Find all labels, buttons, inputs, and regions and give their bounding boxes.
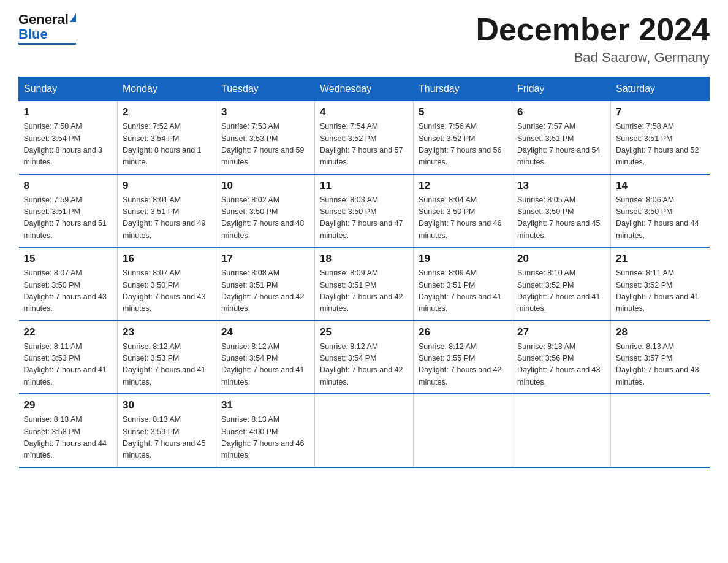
day-number: 31 bbox=[221, 399, 309, 412]
day-info: Sunrise: 8:10 AM Sunset: 3:52 PM Dayligh… bbox=[517, 267, 605, 315]
table-row: 27 Sunrise: 8:13 AM Sunset: 3:56 PM Dayl… bbox=[512, 321, 611, 394]
table-row: 5 Sunrise: 7:56 AM Sunset: 3:52 PM Dayli… bbox=[414, 101, 512, 174]
table-row: 25 Sunrise: 8:12 AM Sunset: 3:54 PM Dayl… bbox=[315, 321, 414, 394]
day-number: 30 bbox=[123, 399, 211, 412]
day-number: 25 bbox=[320, 326, 408, 339]
col-tuesday: Tuesday bbox=[216, 77, 315, 101]
day-info: Sunrise: 8:13 AM Sunset: 3:59 PM Dayligh… bbox=[123, 414, 211, 462]
table-row: 23 Sunrise: 8:12 AM Sunset: 3:53 PM Dayl… bbox=[118, 321, 216, 394]
col-saturday: Saturday bbox=[611, 77, 710, 101]
calendar-week-row: 22 Sunrise: 8:11 AM Sunset: 3:53 PM Dayl… bbox=[19, 321, 710, 394]
table-row: 20 Sunrise: 8:10 AM Sunset: 3:52 PM Dayl… bbox=[512, 247, 611, 321]
table-row: 12 Sunrise: 8:04 AM Sunset: 3:50 PM Dayl… bbox=[414, 174, 512, 248]
day-number: 29 bbox=[24, 399, 113, 412]
table-row: 8 Sunrise: 7:59 AM Sunset: 3:51 PM Dayli… bbox=[19, 174, 118, 248]
table-row: 9 Sunrise: 8:01 AM Sunset: 3:51 PM Dayli… bbox=[118, 174, 216, 248]
day-info: Sunrise: 8:07 AM Sunset: 3:50 PM Dayligh… bbox=[123, 267, 211, 315]
day-number: 26 bbox=[419, 326, 507, 339]
day-number: 8 bbox=[24, 180, 113, 192]
table-row: 6 Sunrise: 7:57 AM Sunset: 3:51 PM Dayli… bbox=[512, 101, 611, 174]
table-row bbox=[611, 394, 710, 467]
day-info: Sunrise: 8:01 AM Sunset: 3:51 PM Dayligh… bbox=[123, 194, 211, 242]
day-number: 28 bbox=[616, 326, 705, 339]
col-friday: Friday bbox=[512, 77, 611, 101]
table-row: 4 Sunrise: 7:54 AM Sunset: 3:52 PM Dayli… bbox=[315, 101, 414, 174]
table-row: 7 Sunrise: 7:58 AM Sunset: 3:51 PM Dayli… bbox=[611, 101, 710, 174]
day-number: 14 bbox=[616, 180, 705, 192]
logo-underline bbox=[18, 43, 76, 45]
table-row: 19 Sunrise: 8:09 AM Sunset: 3:51 PM Dayl… bbox=[414, 247, 512, 321]
col-thursday: Thursday bbox=[414, 77, 512, 101]
day-number: 6 bbox=[517, 106, 605, 118]
day-number: 15 bbox=[24, 253, 113, 265]
logo-blue-text: Blue bbox=[18, 26, 48, 42]
day-number: 2 bbox=[123, 106, 211, 118]
table-row: 14 Sunrise: 8:06 AM Sunset: 3:50 PM Dayl… bbox=[611, 174, 710, 248]
day-number: 3 bbox=[221, 106, 309, 118]
day-info: Sunrise: 8:02 AM Sunset: 3:50 PM Dayligh… bbox=[221, 194, 309, 242]
day-number: 13 bbox=[517, 180, 605, 192]
day-number: 23 bbox=[123, 326, 211, 339]
table-row: 22 Sunrise: 8:11 AM Sunset: 3:53 PM Dayl… bbox=[19, 321, 118, 394]
day-info: Sunrise: 8:13 AM Sunset: 3:56 PM Dayligh… bbox=[517, 341, 605, 389]
title-section: December 2024 Bad Saarow, Germany bbox=[476, 12, 710, 66]
logo: General Blue bbox=[18, 12, 76, 45]
table-row: 24 Sunrise: 8:12 AM Sunset: 3:54 PM Dayl… bbox=[216, 321, 315, 394]
day-info: Sunrise: 8:03 AM Sunset: 3:50 PM Dayligh… bbox=[320, 194, 408, 242]
day-info: Sunrise: 8:12 AM Sunset: 3:54 PM Dayligh… bbox=[221, 341, 309, 389]
table-row: 16 Sunrise: 8:07 AM Sunset: 3:50 PM Dayl… bbox=[118, 247, 216, 321]
day-number: 5 bbox=[419, 106, 507, 118]
table-row bbox=[315, 394, 414, 467]
day-number: 7 bbox=[616, 106, 705, 118]
day-info: Sunrise: 8:07 AM Sunset: 3:50 PM Dayligh… bbox=[24, 267, 113, 315]
day-info: Sunrise: 8:12 AM Sunset: 3:54 PM Dayligh… bbox=[320, 341, 408, 389]
day-number: 17 bbox=[221, 253, 309, 265]
col-monday: Monday bbox=[118, 77, 216, 101]
day-number: 12 bbox=[419, 180, 507, 192]
table-row: 15 Sunrise: 8:07 AM Sunset: 3:50 PM Dayl… bbox=[19, 247, 118, 321]
table-row: 28 Sunrise: 8:13 AM Sunset: 3:57 PM Dayl… bbox=[611, 321, 710, 394]
page-header: General Blue December 2024 Bad Saarow, G… bbox=[18, 12, 710, 66]
day-info: Sunrise: 8:12 AM Sunset: 3:53 PM Dayligh… bbox=[123, 341, 211, 389]
day-info: Sunrise: 8:13 AM Sunset: 3:57 PM Dayligh… bbox=[616, 341, 705, 389]
day-number: 18 bbox=[320, 253, 408, 265]
table-row: 13 Sunrise: 8:05 AM Sunset: 3:50 PM Dayl… bbox=[512, 174, 611, 248]
table-row: 2 Sunrise: 7:52 AM Sunset: 3:54 PM Dayli… bbox=[118, 101, 216, 174]
day-info: Sunrise: 7:57 AM Sunset: 3:51 PM Dayligh… bbox=[517, 121, 605, 169]
table-row: 26 Sunrise: 8:12 AM Sunset: 3:55 PM Dayl… bbox=[414, 321, 512, 394]
day-info: Sunrise: 8:08 AM Sunset: 3:51 PM Dayligh… bbox=[221, 267, 309, 315]
logo-triangle-icon bbox=[70, 13, 76, 22]
table-row bbox=[512, 394, 611, 467]
calendar-week-row: 29 Sunrise: 8:13 AM Sunset: 3:58 PM Dayl… bbox=[19, 394, 710, 467]
calendar-week-row: 8 Sunrise: 7:59 AM Sunset: 3:51 PM Dayli… bbox=[19, 174, 710, 248]
table-row: 29 Sunrise: 8:13 AM Sunset: 3:58 PM Dayl… bbox=[19, 394, 118, 467]
table-row: 11 Sunrise: 8:03 AM Sunset: 3:50 PM Dayl… bbox=[315, 174, 414, 248]
day-info: Sunrise: 8:11 AM Sunset: 3:53 PM Dayligh… bbox=[24, 341, 113, 389]
table-row: 18 Sunrise: 8:09 AM Sunset: 3:51 PM Dayl… bbox=[315, 247, 414, 321]
day-info: Sunrise: 7:52 AM Sunset: 3:54 PM Dayligh… bbox=[123, 121, 211, 169]
day-info: Sunrise: 7:58 AM Sunset: 3:51 PM Dayligh… bbox=[616, 121, 705, 169]
day-info: Sunrise: 8:09 AM Sunset: 3:51 PM Dayligh… bbox=[320, 267, 408, 315]
day-info: Sunrise: 8:12 AM Sunset: 3:55 PM Dayligh… bbox=[419, 341, 507, 389]
day-info: Sunrise: 8:05 AM Sunset: 3:50 PM Dayligh… bbox=[517, 194, 605, 242]
logo-general-text: General bbox=[18, 12, 69, 27]
day-info: Sunrise: 7:59 AM Sunset: 3:51 PM Dayligh… bbox=[24, 194, 113, 242]
table-row: 30 Sunrise: 8:13 AM Sunset: 3:59 PM Dayl… bbox=[118, 394, 216, 467]
col-wednesday: Wednesday bbox=[315, 77, 414, 101]
location: Bad Saarow, Germany bbox=[476, 50, 710, 66]
calendar-week-row: 1 Sunrise: 7:50 AM Sunset: 3:54 PM Dayli… bbox=[19, 101, 710, 174]
day-info: Sunrise: 8:13 AM Sunset: 4:00 PM Dayligh… bbox=[221, 414, 309, 462]
table-row: 10 Sunrise: 8:02 AM Sunset: 3:50 PM Dayl… bbox=[216, 174, 315, 248]
day-info: Sunrise: 8:09 AM Sunset: 3:51 PM Dayligh… bbox=[419, 267, 507, 315]
table-row: 31 Sunrise: 8:13 AM Sunset: 4:00 PM Dayl… bbox=[216, 394, 315, 467]
table-row bbox=[414, 394, 512, 467]
calendar-table: Sunday Monday Tuesday Wednesday Thursday… bbox=[18, 77, 710, 468]
day-info: Sunrise: 7:50 AM Sunset: 3:54 PM Dayligh… bbox=[24, 121, 113, 169]
day-number: 22 bbox=[24, 326, 113, 339]
table-row: 1 Sunrise: 7:50 AM Sunset: 3:54 PM Dayli… bbox=[19, 101, 118, 174]
day-info: Sunrise: 8:04 AM Sunset: 3:50 PM Dayligh… bbox=[419, 194, 507, 242]
day-number: 27 bbox=[517, 326, 605, 339]
table-row: 17 Sunrise: 8:08 AM Sunset: 3:51 PM Dayl… bbox=[216, 247, 315, 321]
day-number: 20 bbox=[517, 253, 605, 265]
day-number: 4 bbox=[320, 106, 408, 118]
